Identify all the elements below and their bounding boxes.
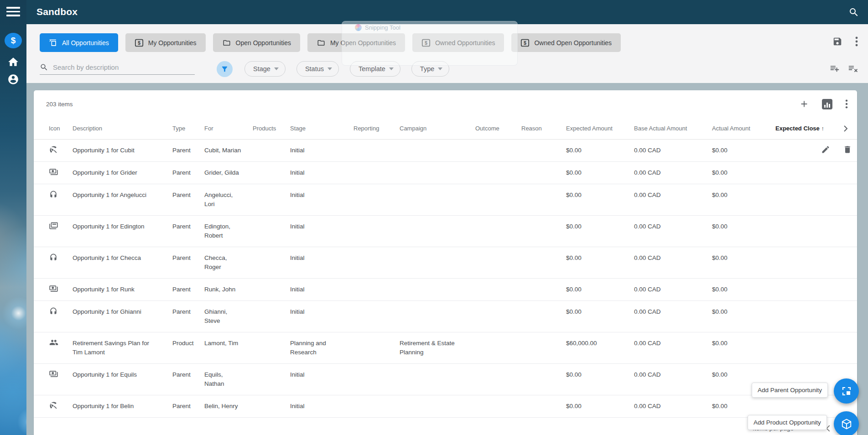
- delete-icon[interactable]: [843, 145, 852, 154]
- item-count: 203 items: [46, 101, 73, 108]
- cell-type: Parent: [172, 370, 204, 379]
- tooltip-add-parent-opportunity: Add Parent Opportunity: [752, 383, 828, 398]
- sidebar-item-profile[interactable]: [6, 73, 20, 86]
- add-product-opportunity-button[interactable]: [834, 411, 859, 435]
- cell-stage: Initial: [290, 402, 353, 411]
- cell-for: Lamont, Tim: [204, 339, 253, 348]
- search-icon[interactable]: [848, 6, 860, 18]
- hamburger-menu-icon[interactable]: [6, 7, 20, 17]
- table-row[interactable]: Retirement Savings Plan for Tim Lamont P…: [34, 332, 857, 364]
- playlist-add-icon[interactable]: [830, 63, 840, 73]
- filter-type-dropdown[interactable]: Type: [411, 61, 449, 77]
- kebab-menu-icon[interactable]: [845, 99, 848, 109]
- sidebar-item-home[interactable]: [6, 56, 20, 68]
- kebab-menu-icon[interactable]: [855, 36, 858, 47]
- svg-text:$: $: [524, 40, 526, 46]
- svg-text:$: $: [138, 40, 140, 46]
- filter-template-dropdown[interactable]: Template: [350, 61, 400, 77]
- headset-icon: [49, 190, 58, 199]
- col-actual-amount[interactable]: Actual Amount: [712, 125, 775, 132]
- table-row[interactable]: Opportunity 1 for Edington Parent Edingt…: [34, 216, 857, 247]
- table-row[interactable]: Opportunity 1 for Angelucci Parent Angel…: [34, 184, 857, 216]
- page-title: Sandbox: [36, 6, 78, 17]
- scroll-columns-right-icon[interactable]: [843, 125, 851, 132]
- filter-funnel-icon[interactable]: [217, 61, 233, 77]
- cell-description: Opportunity 1 for Runk: [73, 285, 172, 294]
- sidebar-item-opportunities[interactable]: $: [5, 33, 22, 48]
- cell-stage: Initial: [290, 254, 353, 263]
- cell-type: Parent: [172, 285, 204, 294]
- beach-umbrella-icon: [49, 401, 58, 410]
- table-row[interactable]: Opportunity 1 for Ghianni Parent Ghianni…: [34, 301, 857, 332]
- cell-for: Belin, Henry: [204, 402, 253, 411]
- cell-for: Angelucci, Lori: [204, 191, 253, 209]
- dollar-icon: $: [11, 36, 16, 46]
- cell-stage: Initial: [290, 222, 353, 231]
- dollar-box-icon: $: [421, 39, 431, 47]
- view-chip-my-open-opportunities[interactable]: My Open Opportunities: [307, 33, 405, 52]
- cell-actual-amount: $0.00: [712, 146, 775, 155]
- edit-icon[interactable]: [821, 145, 830, 154]
- col-reason[interactable]: Reason: [521, 125, 566, 132]
- sort-asc-icon: ↑: [821, 125, 824, 132]
- col-icon[interactable]: Icon: [49, 125, 73, 132]
- view-chip-all-opportunities[interactable]: All Opportunities: [40, 33, 118, 52]
- toolbar: All Opportunities $ My Opportunities Ope…: [26, 24, 868, 83]
- cell-actual-amount: $0.00: [712, 339, 775, 348]
- save-icon[interactable]: [832, 36, 842, 47]
- col-campaign[interactable]: Campaign: [400, 125, 475, 132]
- view-chip-open-opportunities[interactable]: Open Opportunities: [213, 33, 300, 52]
- cell-base-actual-amount: 0.00 CAD: [634, 402, 712, 411]
- col-expected-amount[interactable]: Expected Amount: [566, 125, 634, 132]
- table-row[interactable]: Opportunity 1 for Belin Parent Belin, He…: [34, 395, 857, 418]
- chart-icon[interactable]: [822, 99, 832, 109]
- search-icon: [40, 63, 48, 72]
- table-row[interactable]: Opportunity 1 for Runk Parent Runk, John…: [34, 279, 857, 301]
- cell-for: Equils, Nathan: [204, 370, 253, 388]
- folder-icon: [317, 39, 326, 47]
- cell-stage: Initial: [290, 168, 353, 177]
- col-products[interactable]: Products: [253, 125, 290, 132]
- search-input[interactable]: [53, 63, 190, 71]
- cell-for: Ghianni, Steve: [204, 307, 253, 326]
- cell-description: Opportunity 1 for Grider: [73, 168, 172, 177]
- col-reporting[interactable]: Reporting: [353, 125, 400, 132]
- col-expected-close[interactable]: Expected Close ↑: [775, 125, 821, 132]
- account-icon: [7, 73, 19, 85]
- col-type[interactable]: Type: [172, 125, 204, 132]
- col-description[interactable]: Description: [73, 125, 172, 132]
- cell-description: Opportunity 1 for Equils: [73, 370, 172, 379]
- view-chip-owned-open-opportunities[interactable]: $ Owned Open Opportunities: [511, 33, 621, 52]
- view-chip-my-opportunities[interactable]: $ My Opportunities: [125, 33, 206, 52]
- table-row[interactable]: Opportunity 1 for Grider Parent Grider, …: [34, 162, 857, 184]
- cell-base-actual-amount: 0.00 CAD: [634, 168, 712, 177]
- add-parent-opportunity-button[interactable]: [834, 378, 859, 404]
- payments-icon: [49, 284, 58, 293]
- col-for[interactable]: For: [204, 125, 253, 132]
- cell-description: Retirement Savings Plan for Tim Lamont: [73, 339, 172, 357]
- col-stage[interactable]: Stage: [290, 125, 353, 132]
- playlist-remove-icon[interactable]: [848, 63, 858, 73]
- col-base-actual-amount[interactable]: Base Actual Amount: [634, 125, 712, 132]
- cell-actual-amount: $0.00: [712, 307, 775, 316]
- add-icon[interactable]: [799, 99, 809, 109]
- dollar-box-icon: $: [520, 39, 530, 47]
- cell-base-actual-amount: 0.00 CAD: [634, 307, 712, 316]
- cell-stage: Initial: [290, 285, 353, 294]
- cell-campaign: Retirement & Estate Planning: [400, 339, 475, 357]
- product-opportunity-icon: [841, 418, 852, 430]
- table-row[interactable]: Opportunity 1 for Cubit Parent Cubit, Ma…: [34, 140, 857, 162]
- view-chip-owned-opportunities[interactable]: $ Owned Opportunities: [412, 33, 504, 52]
- table-row[interactable]: Opportunity 1 for Equils Parent Equils, …: [34, 364, 857, 395]
- chevron-down-icon: [327, 67, 332, 70]
- table-row[interactable]: Opportunity 1 for Checca Parent Checca, …: [34, 247, 857, 279]
- view-selector: All Opportunities $ My Opportunities Ope…: [40, 33, 621, 52]
- cell-expected-amount: $0.00: [566, 146, 634, 155]
- col-outcome[interactable]: Outcome: [475, 125, 521, 132]
- cell-actual-amount: $0.00: [712, 402, 775, 411]
- documents-icon: [49, 221, 58, 230]
- chevron-down-icon: [438, 67, 442, 70]
- svg-text:$: $: [425, 40, 427, 46]
- filter-stage-dropdown[interactable]: Stage: [244, 61, 286, 77]
- filter-status-dropdown[interactable]: Status: [296, 61, 339, 77]
